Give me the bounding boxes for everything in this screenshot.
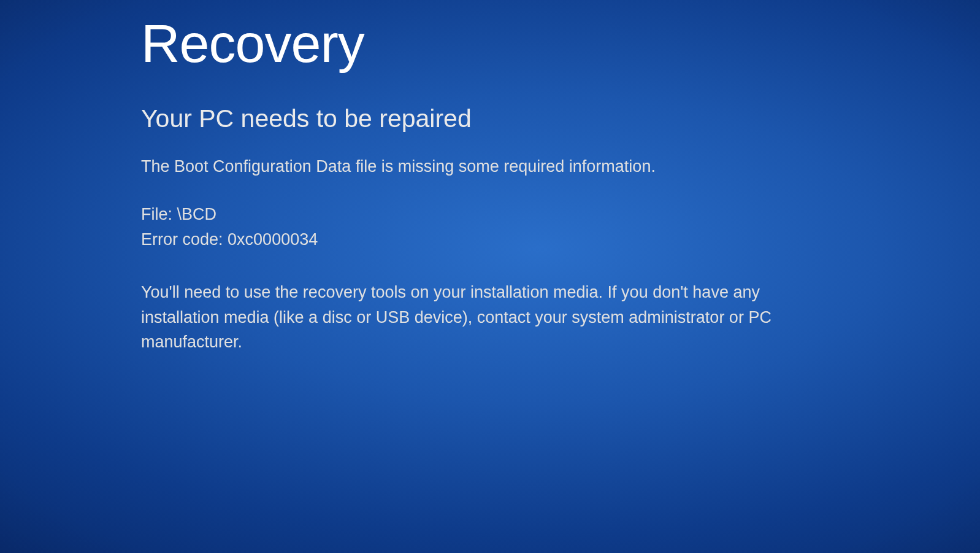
error-code-value: 0xc0000034 — [228, 230, 318, 249]
error-code-info: Error code: 0xc0000034 — [141, 227, 810, 252]
recovery-instructions: You'll need to use the recovery tools on… — [141, 280, 785, 355]
recovery-screen: Recovery Your PC needs to be repaired Th… — [0, 0, 810, 355]
error-description: The Boot Configuration Data file is miss… — [141, 155, 810, 177]
recovery-title: Recovery — [141, 12, 810, 75]
file-value: \BCD — [177, 205, 217, 223]
file-label: File: — [141, 205, 172, 223]
recovery-subtitle: Your PC needs to be repaired — [141, 104, 810, 133]
error-code-label: Error code: — [141, 230, 223, 249]
file-info: File: \BCD — [141, 202, 810, 227]
